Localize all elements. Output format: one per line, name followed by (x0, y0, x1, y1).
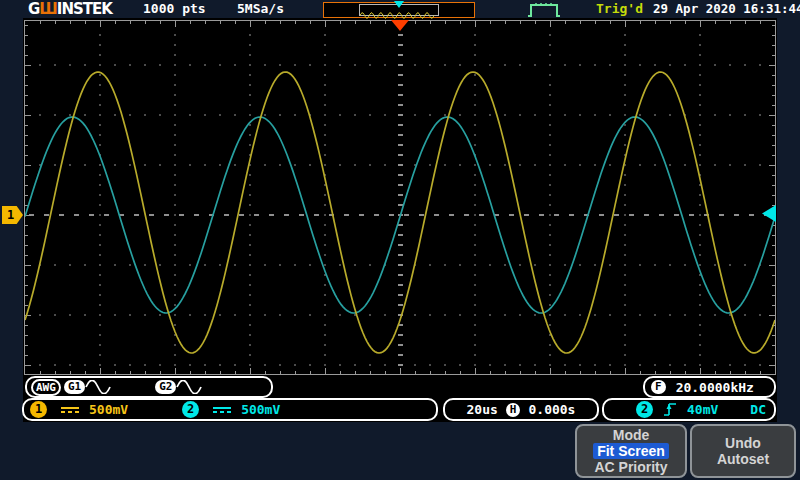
trigger-level: 40mV (687, 402, 718, 417)
frequency-label: F (651, 380, 666, 394)
trigger-status: Trig'd (596, 1, 643, 17)
ch1-scale: 500mV (89, 402, 128, 417)
channel-readout-box: 1 500mV 2 500mV (22, 398, 438, 421)
undo-autoset-button[interactable]: Undo Autoset (690, 424, 796, 478)
rising-edge-icon (663, 401, 677, 418)
ch1-badge[interactable]: 1 (30, 401, 47, 418)
frequency-readout-box: F 20.0000kHz (643, 376, 776, 398)
trigger-source-badge: 2 (636, 401, 653, 418)
awg-g2-label: G2 (155, 380, 176, 394)
top-status-bar: GШINSTEK 1000 pts 5MSa/s Trig'd 29 Apr 2… (0, 0, 800, 18)
ch2-badge[interactable]: 2 (182, 401, 199, 418)
horizontal-position: 0.000s (528, 402, 575, 417)
datetime: 29 Apr 2020 16:31:44 (653, 1, 800, 17)
sample-rate: 5MSa/s (237, 1, 284, 17)
trigger-coupling: DC (750, 402, 766, 417)
trigger-pulse-icon (527, 2, 561, 17)
logo-sha-glyph: Ш (39, 0, 57, 18)
ch2-dc-coupling-icon (213, 407, 231, 413)
awg-label: AWG (31, 379, 61, 396)
memory-waveform-icon (360, 11, 436, 20)
record-length: 1000 pts (143, 1, 206, 17)
trigger-readout-box: 2 40mV DC (602, 398, 776, 421)
mode-softkey-button[interactable]: Mode Fit Screen AC Priority (575, 424, 687, 478)
memory-bar[interactable] (323, 2, 475, 18)
awg-g1-label: G1 (64, 380, 85, 394)
ch1-dc-coupling-icon (61, 407, 79, 413)
mode-title: Mode (613, 427, 650, 443)
frequency-value: 20.0000kHz (676, 380, 754, 395)
mode-other-option[interactable]: AC Priority (594, 459, 667, 475)
timebase-scale: 20us (467, 402, 498, 417)
ch2-scale: 500mV (241, 402, 280, 417)
gwinstek-logo: GШINSTEK (28, 1, 112, 17)
horizontal-label: H (506, 403, 521, 417)
g2-sine-icon (176, 380, 202, 394)
horizontal-readout-box: 20us H 0.000s (443, 398, 599, 421)
g1-sine-icon (85, 380, 111, 394)
awg-status-box: AWG G1 G2 (25, 376, 273, 398)
mode-selected-option[interactable]: Fit Screen (593, 443, 669, 459)
